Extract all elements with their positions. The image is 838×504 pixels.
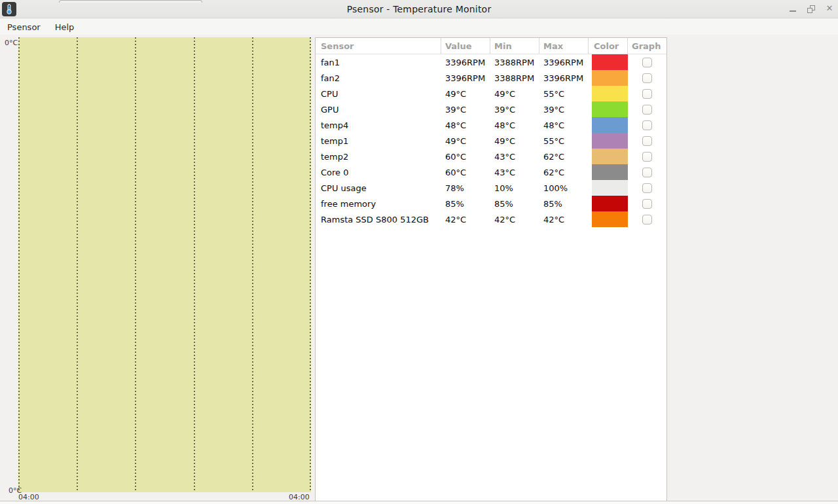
sensor-min-cell: 49°C: [490, 86, 539, 101]
graph-checkbox[interactable]: [642, 168, 652, 177]
header-color[interactable]: Color: [589, 38, 628, 54]
graph-gridline: [194, 37, 195, 492]
sensor-name-cell: fan2: [316, 70, 441, 86]
graph-gridline: [77, 37, 78, 492]
header-max[interactable]: Max: [539, 38, 589, 54]
graph-checkbox[interactable]: [642, 183, 652, 193]
sensor-name-cell: GPU: [316, 101, 441, 117]
close-button[interactable]: ✕: [825, 5, 834, 14]
sensor-min-cell: 3388RPM: [490, 70, 539, 86]
sensor-graph-cell: [628, 101, 666, 117]
sensor-value-cell: 48°C: [441, 117, 490, 133]
sensor-color-cell: [589, 70, 628, 86]
graph-gridline: [18, 37, 20, 492]
sensor-color-cell: [589, 133, 628, 149]
table-row[interactable]: temp2 60°C 43°C 62°C: [316, 149, 666, 164]
sensor-max-cell: 100%: [539, 180, 589, 196]
sensor-graph-cell: [628, 70, 666, 86]
sensor-graph-cell: [628, 54, 666, 70]
sensor-color-cell: [589, 86, 628, 101]
header-min[interactable]: Min: [490, 38, 539, 54]
header-value[interactable]: Value: [441, 38, 490, 54]
table-row[interactable]: temp1 49°C 49°C 55°C: [316, 133, 666, 149]
sensor-table: Sensor Value Min Max Color Graph fan1 33…: [315, 37, 667, 501]
sensor-min-cell: 10%: [490, 180, 539, 196]
graph-checkbox[interactable]: [642, 215, 652, 225]
sensor-name-cell: Core 0: [316, 164, 441, 180]
sensor-graph-cell: [628, 180, 666, 196]
sensor-color-swatch[interactable]: [592, 196, 628, 211]
sensor-color-swatch[interactable]: [592, 211, 628, 227]
window-resize-edge[interactable]: [0, 501, 838, 504]
table-row[interactable]: GPU 39°C 39°C 39°C: [316, 101, 666, 117]
close-icon: ✕: [825, 4, 834, 13]
graph-checkbox[interactable]: [642, 58, 652, 67]
graph-checkbox[interactable]: [642, 120, 652, 130]
sensor-value-cell: 3396RPM: [441, 70, 490, 86]
restore-button[interactable]: [807, 5, 816, 14]
graph-gridline: [135, 37, 136, 492]
graph-gridline: [310, 37, 311, 492]
sensor-color-swatch[interactable]: [592, 133, 628, 149]
window-controls: ✕: [788, 0, 834, 18]
table-row[interactable]: CPU usage 78% 10% 100%: [316, 180, 666, 196]
table-row[interactable]: Core 0 60°C 43°C 62°C: [316, 164, 666, 180]
sensor-value-cell: 39°C: [441, 101, 490, 117]
sensor-max-cell: 62°C: [539, 164, 589, 180]
sensor-min-cell: 43°C: [490, 149, 539, 164]
sensor-color-swatch[interactable]: [592, 70, 628, 86]
sensor-min-cell: 39°C: [490, 101, 539, 117]
sensor-min-cell: 3388RPM: [490, 54, 539, 70]
graph-checkbox[interactable]: [642, 73, 652, 83]
graph-checkbox[interactable]: [642, 199, 652, 209]
table-row[interactable]: temp4 48°C 48°C 48°C: [316, 117, 666, 133]
menu-help[interactable]: Help: [48, 20, 82, 34]
sensor-min-cell: 42°C: [490, 211, 539, 227]
minimize-icon: [790, 10, 796, 12]
table-row[interactable]: fan2 3396RPM 3388RPM 3396RPM: [316, 70, 666, 86]
sensor-color-swatch[interactable]: [592, 101, 628, 117]
sensor-max-cell: 39°C: [539, 101, 589, 117]
sensor-color-swatch[interactable]: [592, 117, 628, 133]
sensor-value-cell: 85%: [441, 196, 490, 211]
table-row[interactable]: Ramsta SSD S800 512GB 42°C 42°C 42°C: [316, 211, 666, 227]
sensor-max-cell: 42°C: [539, 211, 589, 227]
header-graph[interactable]: Graph: [628, 38, 666, 54]
sensor-value-cell: 42°C: [441, 211, 490, 227]
header-sensor[interactable]: Sensor: [316, 38, 441, 54]
sensor-min-cell: 49°C: [490, 133, 539, 149]
sensor-max-cell: 3396RPM: [539, 70, 589, 86]
table-row[interactable]: CPU 49°C 49°C 55°C: [316, 86, 666, 101]
graph-checkbox[interactable]: [642, 136, 652, 146]
window-title: Psensor - Temperature Monitor: [0, 0, 838, 18]
sensor-color-swatch[interactable]: [592, 86, 628, 101]
sensor-graph-cell: [628, 211, 666, 227]
sensor-color-cell: [589, 196, 628, 211]
table-header-row: Sensor Value Min Max Color Graph: [316, 38, 666, 54]
sensor-name-cell: temp1: [316, 133, 441, 149]
sensor-color-cell: [589, 117, 628, 133]
sensor-name-cell: CPU: [316, 86, 441, 101]
sensor-name-cell: free memory: [316, 196, 441, 211]
graph-gridline: [252, 37, 253, 492]
sensor-color-swatch[interactable]: [592, 54, 628, 70]
sensor-color-swatch[interactable]: [592, 149, 628, 164]
sensor-color-cell: [589, 211, 628, 227]
sensor-table-body: fan1 3396RPM 3388RPM 3396RPM fan2 3396RP…: [316, 54, 666, 227]
sensor-min-cell: 85%: [490, 196, 539, 211]
table-row[interactable]: free memory 85% 85% 85%: [316, 196, 666, 211]
graph-checkbox[interactable]: [642, 152, 652, 162]
sensor-color-cell: [589, 54, 628, 70]
minimize-button[interactable]: [788, 5, 797, 14]
graph-checkbox[interactable]: [642, 89, 652, 99]
sensor-color-swatch[interactable]: [592, 180, 628, 196]
sensor-graph-cell: [628, 117, 666, 133]
sensor-max-cell: 85%: [539, 196, 589, 211]
menu-psensor[interactable]: Psensor: [0, 20, 48, 34]
table-row[interactable]: fan1 3396RPM 3388RPM 3396RPM: [316, 54, 666, 70]
sensor-graph-cell: [628, 86, 666, 101]
sensor-color-swatch[interactable]: [592, 164, 628, 180]
sensor-graph-canvas[interactable]: [18, 37, 311, 492]
graph-checkbox[interactable]: [642, 105, 652, 115]
sensor-color-cell: [589, 149, 628, 164]
